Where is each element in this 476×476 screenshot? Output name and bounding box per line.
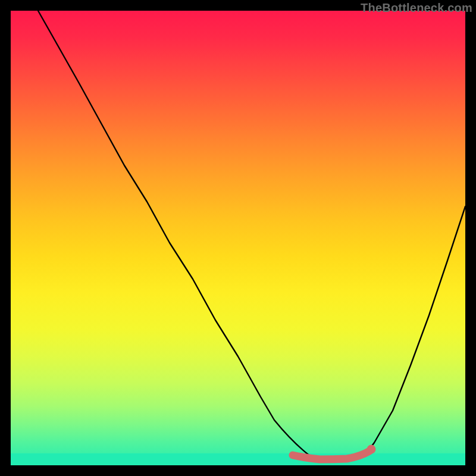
watermark-text: TheBottleneck.com [361,1,472,15]
chart-frame: TheBottleneck.com [0,0,476,476]
bottleneck-curve-path [38,11,465,459]
optimal-marker-end-dot [367,445,376,454]
plot-area [11,11,465,465]
chart-svg [11,11,465,465]
optimal-marker-stroke [293,451,369,459]
